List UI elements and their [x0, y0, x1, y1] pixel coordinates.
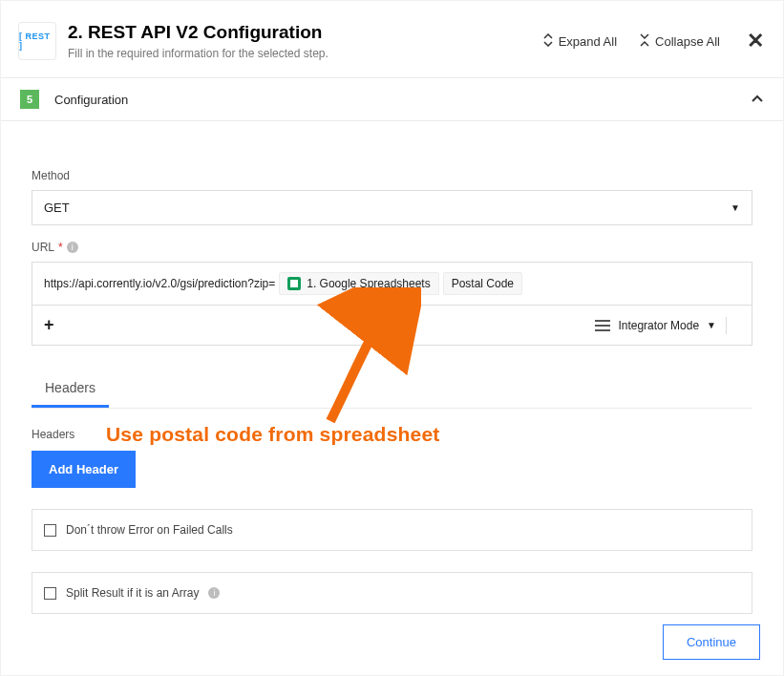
info-icon[interactable]: i: [67, 242, 78, 253]
collapse-icon: [640, 33, 649, 50]
section-title: Configuration: [54, 93, 751, 107]
collapse-all-label: Collapse All: [655, 34, 720, 49]
form-area[interactable]: Method GET ▼ URL* i https://api.correntl…: [1, 144, 783, 675]
panel-header: [ REST ] 2. REST API V2 Configuration Fi…: [1, 1, 783, 78]
google-sheets-icon: [287, 277, 301, 290]
variable-chip-source-label: 1. Google Spreadsheets: [307, 277, 430, 290]
variable-chip-field[interactable]: Postal Code: [443, 272, 522, 295]
mode-label: Integrator Mode: [618, 319, 699, 332]
checkbox-icon[interactable]: [44, 587, 56, 600]
url-toolbar: + Integrator Mode ▼: [32, 305, 752, 345]
add-variable-button[interactable]: +: [44, 315, 54, 335]
preview-button[interactable]: [726, 317, 740, 334]
option-split-array-label: Split Result if it is an Array: [66, 586, 199, 600]
checkbox-icon[interactable]: [44, 524, 56, 537]
page-title: 2. REST API V2 Configuration: [68, 22, 543, 43]
page-subtitle: Fill in the required information for the…: [68, 47, 543, 60]
continue-button[interactable]: Continue: [663, 624, 760, 660]
rest-api-icon: [ REST ]: [18, 22, 56, 60]
method-value: GET: [44, 201, 70, 215]
info-icon[interactable]: i: [208, 587, 220, 599]
section-header[interactable]: 5 Configuration: [1, 78, 783, 121]
url-input-row[interactable]: https://api.corrently.io/v2.0/gsi/predic…: [32, 263, 752, 305]
mode-selector[interactable]: Integrator Mode ▼: [595, 319, 716, 332]
expand-all-button[interactable]: Expand All: [543, 33, 617, 50]
header-actions: Expand All Collapse All ✕: [543, 29, 764, 53]
header-titles: 2. REST API V2 Configuration Fill in the…: [68, 22, 543, 60]
option-split-array[interactable]: Split Result if it is an Array i: [32, 572, 752, 614]
headers-label: Headers: [32, 428, 752, 441]
method-label: Method: [32, 169, 752, 182]
tab-headers[interactable]: Headers: [32, 370, 109, 408]
collapse-all-button[interactable]: Collapse All: [640, 33, 720, 50]
url-field[interactable]: https://api.corrently.io/v2.0/gsi/predic…: [32, 262, 752, 346]
url-label: URL* i: [32, 241, 752, 254]
variable-chip-field-label: Postal Code: [452, 277, 514, 290]
method-select[interactable]: GET ▼: [32, 190, 752, 225]
expand-icon: [543, 33, 553, 50]
option-no-throw[interactable]: Don´t throw Error on Failed Calls: [32, 509, 752, 551]
step-number-badge: 5: [20, 90, 39, 109]
expand-all-label: Expand All: [559, 34, 617, 49]
footer: Continue: [663, 624, 760, 660]
integrator-mode-icon: [595, 320, 610, 331]
caret-down-icon: ▼: [707, 320, 716, 330]
close-icon[interactable]: ✕: [747, 29, 764, 53]
variable-chip-sheets[interactable]: 1. Google Spreadsheets: [279, 272, 438, 295]
caret-down-icon: ▼: [731, 202, 740, 213]
required-mark: *: [58, 241, 63, 254]
url-tabs: Headers: [32, 370, 752, 409]
url-text-value: https://api.corrently.io/v2.0/gsi/predic…: [44, 277, 275, 290]
chevron-up-icon[interactable]: [751, 92, 764, 107]
option-no-throw-label: Don´t throw Error on Failed Calls: [66, 523, 233, 537]
add-header-button[interactable]: Add Header: [32, 451, 136, 488]
